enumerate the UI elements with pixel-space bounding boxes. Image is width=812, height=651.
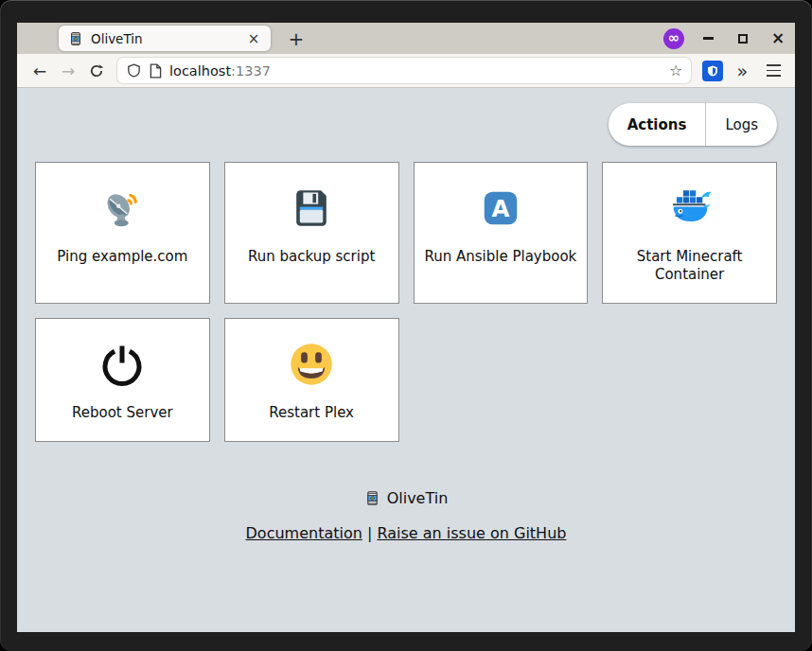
action-card-minecraft[interactable]: Start Minecraft Container: [602, 162, 777, 304]
view-switch-row: Actions Logs: [35, 103, 777, 146]
reload-icon: [89, 63, 104, 79]
action-label: Reboot Server: [72, 404, 173, 422]
power-icon: [98, 341, 146, 388]
olivetin-page: Actions Logs: [17, 88, 795, 632]
tab-title: OliveTin: [91, 31, 237, 46]
new-tab-button[interactable]: +: [284, 26, 309, 51]
shield-icon[interactable]: [126, 62, 142, 79]
footer-brand: OliveTin: [364, 489, 449, 507]
action-card-plex[interactable]: Restart Plex: [224, 318, 399, 442]
action-label: Restart Plex: [269, 404, 354, 422]
private-browsing-icon[interactable]: ∞: [663, 28, 684, 49]
satellite-antenna-icon: [98, 185, 146, 232]
titlebar-controls: ∞ ×: [663, 27, 795, 50]
page-footer: OliveTin Documentation | Raise an issue …: [35, 489, 777, 542]
overflow-menu-icon[interactable]: »: [729, 61, 755, 81]
action-label: Run Ansible Playbook: [424, 248, 576, 266]
minimize-icon: [703, 37, 714, 40]
browser-tab-olivetin[interactable]: OliveTin ×: [59, 26, 271, 51]
action-label: Start Minecraft Container: [610, 248, 768, 284]
github-issue-link[interactable]: Raise an issue on GitHub: [377, 524, 566, 542]
tab-close-icon[interactable]: ×: [244, 29, 263, 48]
address-bar[interactable]: localhost:1337 ☆: [117, 58, 691, 83]
minimize-button[interactable]: [697, 27, 719, 50]
documentation-link[interactable]: Documentation: [246, 524, 362, 542]
close-icon: ×: [771, 30, 785, 46]
maximize-icon: [738, 34, 748, 44]
link-separator: |: [367, 524, 377, 542]
actions-grid: Ping example.com Run backup script: [35, 162, 777, 442]
navigation-toolbar: ← → localhost:1337 ☆: [17, 54, 795, 88]
page-info-icon[interactable]: [149, 63, 163, 79]
url-port: :1337: [231, 63, 271, 79]
bitwarden-extension-icon[interactable]: [702, 61, 723, 81]
action-label: Run backup script: [248, 248, 375, 266]
footer-brand-label: OliveTin: [387, 489, 449, 507]
action-card-ansible[interactable]: A Run Ansible Playbook: [414, 162, 589, 304]
action-card-reboot[interactable]: Reboot Server: [35, 318, 210, 442]
action-card-backup[interactable]: Run backup script: [224, 162, 399, 304]
svg-text:A: A: [491, 195, 509, 222]
tab-logs[interactable]: Logs: [705, 103, 777, 146]
hamburger-menu-icon[interactable]: [761, 59, 786, 83]
close-button[interactable]: ×: [767, 27, 789, 50]
browser-window: OliveTin × + ∞ × ← →: [17, 23, 795, 632]
reload-button[interactable]: [83, 58, 110, 84]
back-button[interactable]: ←: [26, 58, 53, 84]
bookmark-star-icon[interactable]: ☆: [669, 62, 682, 79]
docker-whale-icon: [666, 185, 714, 232]
footer-links: Documentation | Raise an issue on GitHub: [35, 524, 777, 542]
floppy-disk-icon: [288, 185, 335, 232]
forward-button[interactable]: →: [55, 58, 81, 84]
tin-can-icon: [68, 31, 83, 46]
view-switch: Actions Logs: [609, 103, 777, 146]
tin-can-icon: [364, 490, 380, 506]
tab-actions[interactable]: Actions: [609, 103, 706, 146]
url-text: localhost:1337: [169, 63, 271, 79]
action-card-ping[interactable]: Ping example.com: [35, 162, 210, 304]
action-label: Ping example.com: [57, 248, 187, 266]
tab-strip: OliveTin × + ∞ ×: [17, 23, 795, 54]
a-button-icon: A: [477, 185, 524, 232]
maximize-button[interactable]: [732, 27, 754, 50]
grinning-face-icon: [288, 341, 335, 388]
